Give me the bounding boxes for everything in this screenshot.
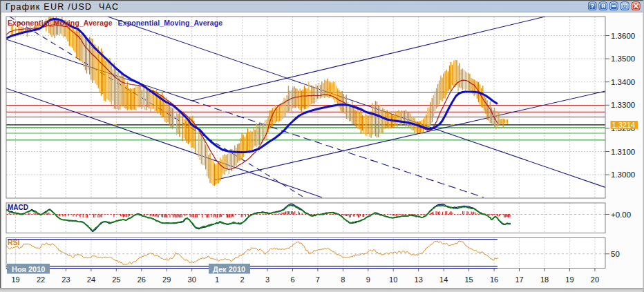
svg-text:22: 22 xyxy=(37,275,45,284)
svg-text:2: 2 xyxy=(240,275,245,284)
svg-text:17: 17 xyxy=(515,275,523,284)
svg-text:16: 16 xyxy=(490,275,498,284)
svg-text:1.3100: 1.3100 xyxy=(611,148,635,156)
svg-text:14: 14 xyxy=(439,275,448,284)
svg-text:Дек 2010: Дек 2010 xyxy=(213,265,245,273)
svg-text:26: 26 xyxy=(138,275,146,284)
svg-text:1: 1 xyxy=(215,275,219,284)
svg-text:1.3400: 1.3400 xyxy=(611,78,635,86)
svg-text:19: 19 xyxy=(565,275,574,284)
svg-text:1.3214: 1.3214 xyxy=(612,121,636,129)
svg-text:1.3300: 1.3300 xyxy=(611,101,635,109)
svg-text:3: 3 xyxy=(265,275,269,284)
svg-text:6: 6 xyxy=(290,275,294,284)
svg-text:13: 13 xyxy=(415,275,423,284)
svg-text:1.3000: 1.3000 xyxy=(611,171,635,179)
svg-text:23: 23 xyxy=(61,275,70,284)
svg-text:RSI: RSI xyxy=(8,238,20,246)
svg-text:15: 15 xyxy=(464,275,473,284)
svg-text:MACD: MACD xyxy=(8,204,28,211)
svg-text:+0.00: +0.00 xyxy=(611,211,631,219)
svg-text:График EUR /USD ЧАС: График EUR /USD ЧАС xyxy=(6,2,119,12)
svg-text:1.3500: 1.3500 xyxy=(611,55,635,63)
svg-text:1.3600: 1.3600 xyxy=(611,32,635,40)
svg-text:9: 9 xyxy=(366,275,370,284)
svg-text:19: 19 xyxy=(11,275,19,284)
svg-text:30: 30 xyxy=(188,275,196,284)
svg-text:7: 7 xyxy=(316,275,320,284)
svg-text:?: ? xyxy=(590,2,594,10)
svg-text:24: 24 xyxy=(87,275,95,284)
svg-text:Ноя 2010: Ноя 2010 xyxy=(12,265,45,273)
svg-text:8: 8 xyxy=(341,275,345,284)
svg-text:18: 18 xyxy=(540,275,549,284)
svg-text:29: 29 xyxy=(162,275,171,284)
svg-text:25: 25 xyxy=(112,275,120,284)
svg-text:50: 50 xyxy=(611,250,620,258)
svg-text:20: 20 xyxy=(591,275,599,284)
svg-text:10: 10 xyxy=(389,275,397,284)
